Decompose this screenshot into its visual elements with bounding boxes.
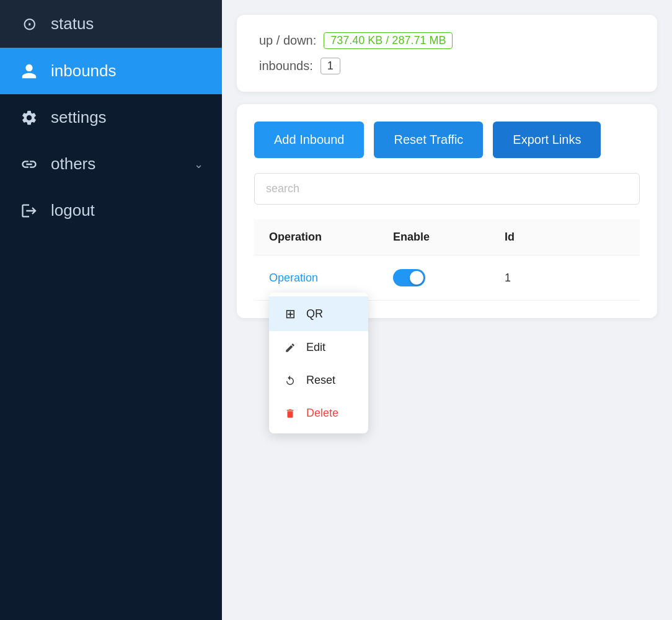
updown-row: up / down: 737.40 KB / 287.71 MB [259,32,635,49]
sidebar-item-label: inbounds [51,61,117,81]
stats-card: up / down: 737.40 KB / 287.71 MB inbound… [237,15,657,92]
sidebar-item-settings[interactable]: settings [0,94,222,141]
sidebar-item-label: status [51,14,94,33]
buttons-row: Add Inbound Reset Traffic Export Links [254,122,640,158]
inbounds-row: inbounds: 1 [259,58,635,74]
dropdown-item-edit[interactable]: Edit [269,331,368,364]
dropdown-item-label: Reset [306,374,335,387]
sidebar: ⊙ status inbounds settings others ⌄ logo… [0,0,222,620]
sidebar-item-label: others [51,154,95,174]
sidebar-item-inbounds[interactable]: inbounds [0,48,222,94]
updown-label: up / down: [259,33,316,48]
dropdown-item-label: Delete [306,407,338,420]
col-header-enable: Enable [393,231,505,244]
operation-link[interactable]: Operation [269,272,393,285]
table: Operation Enable Id Operation 1 ⊞ QR [254,219,640,301]
sidebar-item-status[interactable]: ⊙ status [0,0,222,48]
search-container [254,173,640,205]
inbounds-count: 1 [321,58,340,74]
enable-toggle-cell [393,269,505,286]
dropdown-item-reset[interactable]: Reset [269,364,368,397]
logout-icon [19,202,40,219]
dropdown-item-delete[interactable]: Delete [269,397,368,430]
sidebar-item-label: logout [51,201,95,220]
reset-icon [283,375,298,386]
actions-card: Add Inbound Reset Traffic Export Links O… [237,104,657,318]
dropdown-menu: ⊞ QR Edit Reset [269,293,368,433]
main-content: up / down: 737.40 KB / 287.71 MB inbound… [222,0,672,620]
col-header-operation: Operation [269,231,393,244]
delete-icon [283,408,298,419]
sidebar-item-logout[interactable]: logout [0,187,222,234]
dropdown-item-label: QR [306,308,323,321]
search-input[interactable] [254,173,640,205]
settings-icon [19,109,40,126]
col-header-id: Id [505,231,579,244]
dropdown-item-qr[interactable]: ⊞ QR [269,296,368,331]
reset-traffic-button[interactable]: Reset Traffic [374,122,483,158]
table-header: Operation Enable Id [254,219,640,255]
chevron-down-icon: ⌄ [194,157,203,171]
add-inbound-button[interactable]: Add Inbound [254,122,364,158]
toggle-switch[interactable] [393,269,425,286]
table-row: Operation 1 ⊞ QR Edit [254,255,640,301]
edit-icon [283,342,298,353]
others-icon [19,156,40,173]
dropdown-item-label: Edit [306,341,325,354]
sidebar-item-others[interactable]: others ⌄ [0,141,222,187]
export-links-button[interactable]: Export Links [493,122,601,158]
id-cell: 1 [505,272,579,285]
inbounds-icon [19,63,40,80]
qr-icon: ⊞ [283,306,298,321]
status-icon: ⊙ [19,14,40,34]
sidebar-item-label: settings [51,108,107,127]
updown-value: 737.40 KB / 287.71 MB [324,32,453,49]
inbounds-label: inbounds: [259,59,313,73]
